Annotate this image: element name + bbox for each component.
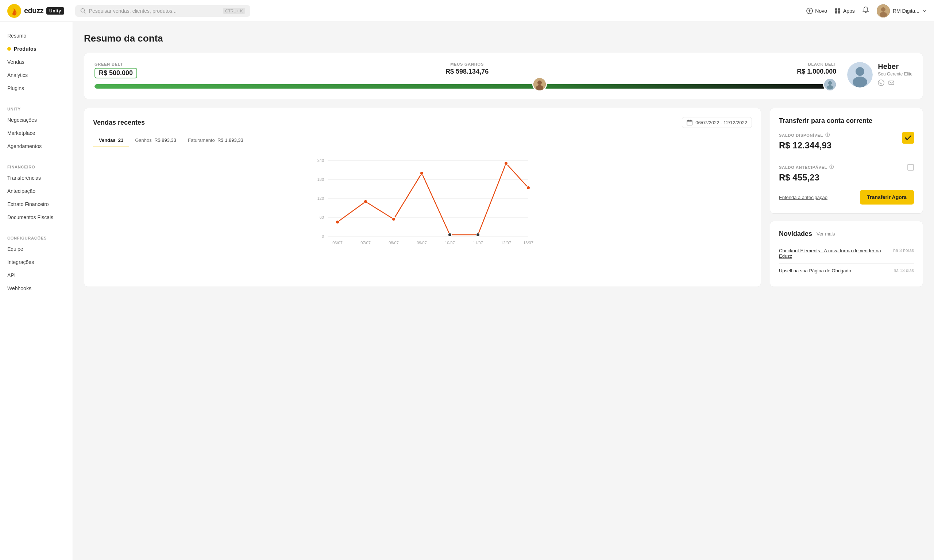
svg-rect-20 [889, 81, 894, 85]
sidebar-label-negociacoes: Negociações [7, 117, 37, 123]
svg-text:06/07: 06/07 [332, 241, 342, 245]
saldo-disponivel-amount: R$ 12.344,93 [779, 140, 831, 151]
svg-point-19 [878, 80, 884, 86]
plus-circle-icon [806, 8, 813, 14]
tab-vendas-label: Vendas [99, 137, 116, 143]
svg-rect-5 [835, 11, 837, 14]
chart-tabs: Vendas 21 Ganhos R$ 893,33 Faturamento R… [93, 134, 752, 147]
search-placeholder: Pesquisar vendas, clientes, produtos... [89, 8, 220, 14]
sidebar-item-marketplace[interactable]: Marketplace [0, 126, 72, 140]
tab-vendas[interactable]: Vendas 21 [93, 134, 129, 147]
sidebar-item-produtos[interactable]: Produtos [0, 42, 72, 55]
sidebar-label-extrato: Extrato Financeiro [7, 201, 49, 207]
apps-grid-icon [834, 8, 841, 14]
svg-point-9 [880, 12, 887, 17]
svg-rect-3 [835, 8, 837, 11]
sidebar-item-webhooks[interactable]: Webhooks [0, 282, 72, 295]
sidebar-label-produtos: Produtos [14, 46, 36, 52]
sidebar-item-resumo[interactable]: Resumo [0, 29, 72, 42]
svg-text:09/07: 09/07 [417, 241, 427, 245]
news-item-2: Upsell na sua Página de Obrigado há 13 d… [779, 264, 914, 278]
svg-text:13/07: 13/07 [523, 241, 533, 245]
saldo-antecipavel-info-icon[interactable]: ⓘ [829, 164, 834, 170]
green-belt-label: GREEN BELT [94, 62, 137, 66]
main-layout: Resumo Produtos Vendas Analytics Plugins… [0, 0, 934, 560]
sidebar-item-transferencias[interactable]: Transferências [0, 171, 72, 185]
sidebar-label-antecipacao: Antecipação [7, 188, 35, 194]
svg-text:180: 180 [317, 177, 324, 182]
entenda-link[interactable]: Entenda a antecipação [779, 195, 828, 200]
apps-button[interactable]: Apps [834, 8, 855, 14]
search-bar[interactable]: Pesquisar vendas, clientes, produtos... … [75, 5, 250, 17]
search-shortcut: CTRL + K [223, 8, 245, 14]
sidebar-item-documentos[interactable]: Documentos Fiscais [0, 211, 72, 224]
whatsapp-icon[interactable] [878, 80, 885, 88]
vendas-recentes-card: Vendas recentes 06/07/2022 - 12/12/2022 … [84, 108, 761, 287]
email-icon[interactable] [888, 80, 895, 88]
sidebar-item-antecipacao[interactable]: Antecipação [0, 185, 72, 198]
transfer-now-button[interactable]: Transferir Agora [860, 190, 914, 205]
sidebar-item-extrato[interactable]: Extrato Financeiro [0, 198, 72, 211]
balance-divider [779, 158, 914, 158]
sidebar-divider-3 [0, 227, 72, 227]
sidebar-label-plugins: Plugins [7, 85, 24, 91]
sidebar-item-api[interactable]: API [0, 269, 72, 282]
tab-ganhos[interactable]: Ganhos R$ 893,33 [129, 134, 182, 147]
chart-point-5 [448, 233, 452, 237]
news-item-1: Checkout Elements - A nova forma de vend… [779, 243, 914, 264]
svg-point-14 [828, 81, 832, 85]
logo-area[interactable]: eduzz Unity [7, 4, 64, 18]
chart-point-2 [364, 200, 367, 203]
saldo-check-icon[interactable] [902, 132, 914, 144]
sidebar-item-plugins[interactable]: Plugins [0, 82, 72, 95]
manager-avatar-on-bar-icon [824, 78, 836, 92]
sidebar-item-equipe[interactable]: Equipe [0, 242, 72, 255]
svg-rect-4 [838, 8, 840, 11]
saldo-antecipavel-row: SALDO ANTECIPÁVEL ⓘ R$ 455,23 [779, 164, 914, 183]
news-link-1[interactable]: Checkout Elements - A nova forma de vend… [779, 248, 887, 259]
eduzz-logo-icon [7, 4, 21, 18]
sidebar-item-negociacoes[interactable]: Negociações [0, 113, 72, 126]
sidebar-item-agendamentos[interactable]: Agendamentos [0, 140, 72, 153]
manager-contact-icons [878, 80, 912, 88]
user-avatar-area[interactable]: RM Digita... [877, 5, 927, 17]
apps-label: Apps [843, 8, 855, 14]
saldo-antecipavel-checkbox[interactable] [907, 164, 914, 171]
sidebar-label-agendamentos: Agendamentos [7, 143, 42, 149]
news-link-2[interactable]: Upsell na sua Página de Obrigado [779, 268, 888, 274]
chart-point-7 [504, 162, 508, 165]
saldo-disponivel-info-icon[interactable]: ⓘ [825, 132, 830, 138]
news-time-2: há 13 dias [894, 268, 914, 273]
green-belt-section: GREEN BELT R$ 500.000 [94, 62, 137, 78]
tab-ganhos-label: Ganhos [135, 137, 152, 143]
bell-icon[interactable] [862, 6, 869, 15]
belt-card: GREEN BELT R$ 500.000 MEUS GANHOS R$ 598… [84, 53, 923, 99]
manager-name: Heber [878, 62, 912, 71]
green-belt-value: R$ 500.000 [94, 68, 137, 78]
chart-point-6 [476, 233, 480, 237]
sidebar-divider-2 [0, 156, 72, 156]
chart-point-4 [420, 171, 424, 175]
topnav: eduzz Unity Pesquisar vendas, clientes, … [0, 0, 934, 22]
svg-text:08/07: 08/07 [388, 241, 399, 245]
chart-point-3 [392, 217, 396, 221]
date-range-text: 06/07/2022 - 12/12/2022 [695, 120, 747, 125]
black-belt-section: BLACK BELT R$ 1.000.000 [797, 62, 836, 75]
svg-text:0: 0 [322, 234, 324, 238]
svg-rect-21 [687, 120, 692, 125]
sidebar-item-integracoes[interactable]: Integrações [0, 255, 72, 269]
active-dot-icon [7, 47, 11, 51]
date-range-button[interactable]: 06/07/2022 - 12/12/2022 [682, 117, 752, 128]
tab-vendas-count: 21 [118, 137, 123, 143]
novo-button[interactable]: Novo [806, 8, 827, 14]
meus-ganhos-section: MEUS GANHOS R$ 598.134,76 [445, 62, 489, 75]
sidebar-label-marketplace: Marketplace [7, 130, 35, 136]
sidebar-item-analytics[interactable]: Analytics [0, 69, 72, 82]
belt-progress-bar [94, 84, 836, 90]
svg-point-12 [536, 85, 543, 91]
manager-title: Seu Gerente Elite [878, 71, 912, 77]
sidebar-item-vendas[interactable]: Vendas [0, 55, 72, 69]
ver-mais-link[interactable]: Ver mais [817, 231, 835, 237]
sidebar-label-documentos: Documentos Fiscais [7, 214, 53, 220]
tab-faturamento[interactable]: Faturamento R$ 1.893,33 [182, 134, 249, 147]
